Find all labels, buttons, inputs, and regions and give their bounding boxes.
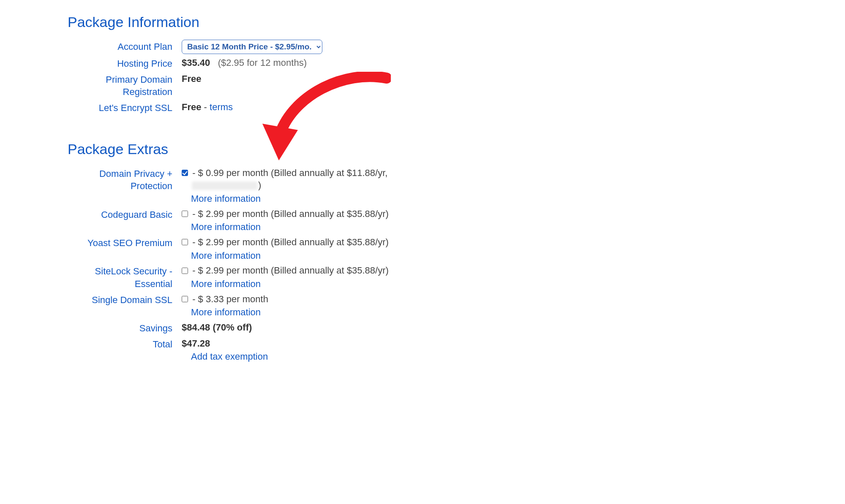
domain-privacy-close-paren: ) [258,180,261,190]
label-extra-codeguard: Codeguard Basic [68,208,182,221]
row-extra-codeguard: Codeguard Basic - $ 2.99 per month (Bill… [68,208,422,233]
label-total: Total [68,337,182,351]
savings-amount: $84.48 (70% off) [182,322,252,333]
row-account-plan: Account Plan Basic 12 Month Price - $2.9… [68,40,422,54]
checkbox-sitelock[interactable] [182,268,188,274]
checkbox-domain-privacy[interactable] [182,170,188,176]
total-amount: $47.28 [182,338,210,349]
value-primary-domain: Free [182,73,422,85]
label-extra-domain-privacy: Domain Privacy + Protection [68,167,182,192]
checkbox-yoast[interactable] [182,239,188,245]
label-primary-domain: Primary Domain Registration [68,73,182,98]
label-account-plan: Account Plan [68,40,182,53]
primary-domain-free: Free [182,73,201,84]
row-extra-yoast: Yoast SEO Premium - $ 2.99 per month (Bi… [68,236,422,262]
account-plan-select[interactable]: Basic 12 Month Price - $2.95/mo. [182,40,322,54]
ssl-dash: - [201,102,210,112]
value-savings: $84.48 (70% off) [182,321,422,334]
row-total: Total $47.28 Add tax exemption [68,337,422,363]
blurred-text [192,182,257,190]
price-yoast: - $ 2.99 per month (Billed annually at $… [192,237,389,247]
value-extra-domain-privacy: - $ 0.99 per month (Billed annually at $… [182,167,422,205]
price-single-ssl: - $ 3.33 per month [192,294,268,304]
value-extra-single-ssl: - $ 3.33 per month More information [182,293,422,319]
row-extra-domain-privacy: Domain Privacy + Protection - $ 0.99 per… [68,167,422,205]
domain-privacy-line2: ) [191,180,261,190]
value-extra-codeguard: - $ 2.99 per month (Billed annually at $… [182,208,422,233]
more-info-yoast[interactable]: More information [191,249,422,262]
row-extra-sitelock: SiteLock Security - Essential - $ 2.99 p… [68,264,422,290]
label-hosting-price: Hosting Price [68,57,182,70]
label-extra-yoast: Yoast SEO Premium [68,236,182,249]
more-info-sitelock[interactable]: More information [191,278,422,290]
price-domain-privacy: - $ 0.99 per month (Billed annually at $… [192,168,387,178]
row-savings: Savings $84.48 (70% off) [68,321,422,335]
row-primary-domain: Primary Domain Registration Free [68,73,422,98]
content-container: Package Information Account Plan Basic 1… [0,0,422,363]
price-codeguard: - $ 2.99 per month (Billed annually at $… [192,209,389,219]
value-extra-yoast: - $ 2.99 per month (Billed annually at $… [182,236,422,262]
checkbox-single-ssl[interactable] [182,296,188,302]
more-info-single-ssl[interactable]: More information [191,306,422,319]
label-lets-encrypt-ssl: Let's Encrypt SSL [68,101,182,114]
label-extra-sitelock: SiteLock Security - Essential [68,264,182,290]
row-hosting-price: Hosting Price $35.40 ($2.95 for 12 month… [68,57,422,70]
ssl-free: Free [182,102,201,112]
row-lets-encrypt-ssl: Let's Encrypt SSL Free - terms [68,101,422,114]
value-hosting-price: $35.40 ($2.95 for 12 months) [182,57,422,69]
label-savings: Savings [68,321,182,335]
value-lets-encrypt-ssl: Free - terms [182,101,422,114]
value-extra-sitelock: - $ 2.99 per month (Billed annually at $… [182,264,422,290]
hosting-price-amount: $35.40 [182,57,210,68]
value-total: $47.28 Add tax exemption [182,337,422,363]
checkbox-codeguard[interactable] [182,211,188,217]
package-extras-title: Package Extras [68,140,422,159]
value-account-plan: Basic 12 Month Price - $2.95/mo. [182,40,422,54]
hosting-price-detail: ($2.95 for 12 months) [218,57,307,68]
package-information-title: Package Information [68,13,422,32]
row-extra-single-ssl: Single Domain SSL - $ 3.33 per month Mor… [68,293,422,319]
more-info-domain-privacy[interactable]: More information [191,192,422,205]
add-tax-exemption-link[interactable]: Add tax exemption [191,350,422,363]
ssl-terms-link[interactable]: terms [210,102,233,112]
label-extra-single-ssl: Single Domain SSL [68,293,182,306]
price-sitelock: - $ 2.99 per month (Billed annually at $… [192,265,389,276]
more-info-codeguard[interactable]: More information [191,221,422,233]
